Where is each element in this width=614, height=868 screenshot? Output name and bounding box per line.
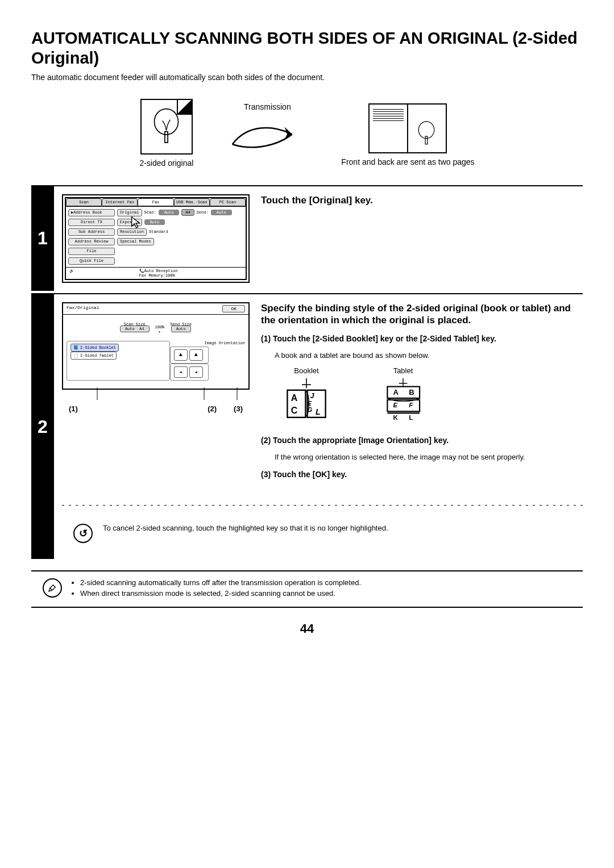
svg-text:L: L xyxy=(409,414,413,421)
original-button[interactable]: Original xyxy=(117,209,142,216)
svg-point-0 xyxy=(155,108,179,135)
sub-address-button[interactable]: Sub Address xyxy=(68,228,115,236)
orientation-portrait-a[interactable]: ▲ xyxy=(174,349,188,361)
orientation-landscape-b[interactable]: ◂ xyxy=(189,366,203,378)
page-title: AUTOMATICALLY SCANNING BOTH SIDES OF AN … xyxy=(31,28,583,68)
diagram-right-caption: Front and back are sent as two pages xyxy=(341,157,474,167)
fax-original-screen: Fax/Original OK Scan Size Auto A4 100% ▸ xyxy=(62,302,250,390)
svg-text:A: A xyxy=(393,388,399,397)
tablet-label: Tablet xyxy=(375,366,432,375)
quick-file-button[interactable]: Quick File xyxy=(68,257,115,265)
tree-icon xyxy=(415,119,438,148)
orientation-portrait-b[interactable]: ▲ xyxy=(189,349,203,361)
diagram-row: 2-sided original Transmission Front and … xyxy=(31,99,583,168)
footer-note-2: When direct transmission mode is selecte… xyxy=(80,589,361,598)
tablet-icon: A B E F K L xyxy=(375,378,432,424)
tree-icon xyxy=(151,107,182,147)
svg-text:B: B xyxy=(409,388,414,397)
cancel-note-row: ↺ To cancel 2-sided scanning, touch the … xyxy=(62,524,583,551)
svg-text:C: C xyxy=(291,406,298,415)
diagram-left-caption: 2-sided original xyxy=(139,158,193,168)
pencil-icon xyxy=(43,578,62,598)
address-review-button[interactable]: Address Review xyxy=(68,238,115,245)
svg-rect-4 xyxy=(426,136,428,144)
direct-tx-button[interactable]: Direct TX xyxy=(68,219,115,226)
tab-scan[interactable]: Scan xyxy=(66,198,102,206)
booklet-icon: A C J E G L xyxy=(278,378,335,424)
callout-lines xyxy=(62,387,250,406)
svg-text:K: K xyxy=(393,414,399,421)
orientation-landscape-a[interactable]: ◂ xyxy=(174,366,188,378)
substep-2: (2) Touch the appropriate [Image Orienta… xyxy=(261,436,583,445)
fax-screen: Scan Internet Fax Fax USB Mem. Scan PC S… xyxy=(62,194,250,283)
svg-text:L: L xyxy=(316,407,321,416)
ok-button[interactable]: OK xyxy=(222,305,245,312)
diagram-left: 2-sided original xyxy=(139,99,193,168)
step-2: 2 Fax/Original OK Scan Size Auto A4 xyxy=(31,293,583,560)
svg-text:F: F xyxy=(409,401,413,408)
scan-label: Scan: xyxy=(144,210,156,215)
callout-1: (1) xyxy=(69,404,78,413)
two-sided-original-illustration xyxy=(140,99,193,155)
address-book-button[interactable]: ▶Address Book xyxy=(68,209,115,216)
svg-text:J: J xyxy=(310,391,314,400)
fax-memory-label: Fax Memory:100% xyxy=(139,273,175,278)
intro-text: The automatic document feeder will autom… xyxy=(31,73,583,82)
transmission-label: Transmission xyxy=(227,102,307,111)
svg-text:A: A xyxy=(291,393,298,403)
step-2-number: 2 xyxy=(31,294,54,560)
back-arrow-icon: ↺ xyxy=(73,524,93,543)
step-1: 1 Scan Internet Fax Fax USB Mem. Scan PC… xyxy=(31,185,583,291)
substep-2-note: If the wrong orientation is selected her… xyxy=(275,452,583,462)
scan-size-auto[interactable]: Auto A4 xyxy=(120,326,150,332)
diagram-right: Front and back are sent as two pages xyxy=(341,99,474,167)
send-auto: Auto xyxy=(211,210,232,215)
substep-1: (1) Touch the [2-Sided Booklet] key or t… xyxy=(261,334,583,343)
footer-notes: 2-sided scanning automatically turns off… xyxy=(31,570,583,608)
step-1-number: 1 xyxy=(31,186,54,291)
svg-rect-1 xyxy=(165,131,168,142)
exposure-auto: Auto xyxy=(144,219,165,225)
two-sided-booklet-button[interactable]: 📘2-Sided Booklet xyxy=(70,344,119,352)
booklet-label: Booklet xyxy=(278,366,335,375)
svg-rect-20 xyxy=(387,386,420,398)
scan-auto: Auto xyxy=(159,210,180,215)
step-1-title: Touch the [Original] key. xyxy=(261,194,583,206)
svg-text:E: E xyxy=(393,401,399,408)
booklet-tablet-diagram: Booklet A C J E G L xyxy=(278,366,583,425)
dashed-separator xyxy=(62,505,583,506)
tab-pc-scan[interactable]: PC Scan xyxy=(210,198,246,206)
speaker-icon: 🔊 xyxy=(69,269,74,278)
tabs-row: Scan Internet Fax Fax USB Mem. Scan PC S… xyxy=(66,198,246,206)
two-sided-tablet-button[interactable]: 📄2-Sided Tablet xyxy=(70,352,117,360)
step-2-title: Specify the binding style of the 2-sided… xyxy=(261,302,583,327)
svg-marker-2 xyxy=(284,127,292,141)
image-orientation-label: Image Orientation xyxy=(170,341,245,345)
substep-3: (3) Touch the [OK] key. xyxy=(261,470,583,479)
file-button[interactable]: File xyxy=(68,248,115,255)
auto-reception-label: Auto Reception xyxy=(144,269,178,273)
special-modes-button[interactable]: Special Modes xyxy=(117,238,154,245)
svg-text:E: E xyxy=(308,400,312,407)
send-label: Send: xyxy=(197,210,209,215)
cancel-note-text: To cancel 2-sided scanning, touch the hi… xyxy=(103,524,388,532)
percent-label: 100% xyxy=(155,325,165,329)
substep-1-note: A book and a tablet are bound as shown b… xyxy=(275,350,583,361)
send-size-auto[interactable]: Auto xyxy=(171,326,191,332)
svg-point-3 xyxy=(419,121,435,138)
tab-internet-fax[interactable]: Internet Fax xyxy=(102,198,138,206)
exposure-button[interactable]: Exposure xyxy=(117,219,142,226)
callout-2: (2) xyxy=(208,404,217,413)
page-number: 44 xyxy=(31,621,583,636)
footer-note-1: 2-sided scanning automatically turns off… xyxy=(80,578,361,587)
resolution-button[interactable]: Resolution xyxy=(117,228,147,236)
screen2-title: Fax/Original xyxy=(67,305,99,312)
diagram-transmission: Transmission xyxy=(227,99,307,155)
transmission-arrow-icon xyxy=(227,116,307,153)
tab-fax[interactable]: Fax xyxy=(138,198,173,206)
scan-size: A4 xyxy=(181,209,194,216)
tab-usb-mem-scan[interactable]: USB Mem. Scan xyxy=(174,198,210,206)
two-pages-illustration xyxy=(341,99,474,153)
callout-3: (3) xyxy=(234,404,243,413)
svg-text:G: G xyxy=(308,406,313,413)
